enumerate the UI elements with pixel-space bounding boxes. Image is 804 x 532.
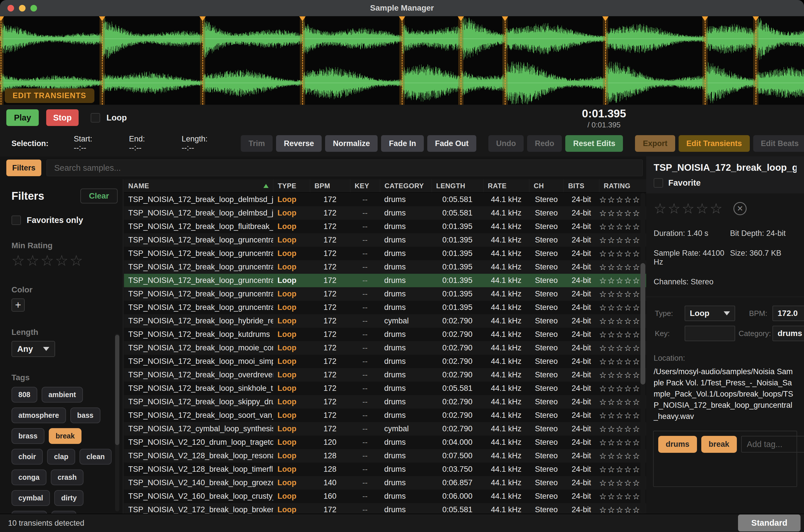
reverse-button[interactable]: Reverse: [276, 135, 322, 152]
sidebar-scrollbar-thumb[interactable]: [115, 335, 119, 445]
filters-toggle-button[interactable]: Filters: [6, 159, 41, 176]
loop-checkbox[interactable]: [91, 113, 100, 122]
zoom-window-button[interactable]: [31, 5, 37, 12]
tag-chip-cymbal[interactable]: cymbal: [12, 490, 50, 506]
column-header-rating[interactable]: RATING: [599, 179, 640, 192]
transient-marker-handle[interactable]: [753, 16, 759, 21]
tag-chip-brass[interactable]: brass: [12, 428, 44, 444]
column-header-bpm[interactable]: BPM: [310, 179, 350, 192]
table-row[interactable]: TSP_NOISIA_172_break_loop_gruncentral_fi…: [124, 247, 646, 260]
table-row[interactable]: TSP_NOISIA_172_break_loop_hybride_redeli…: [124, 314, 646, 328]
tag-chip-clean[interactable]: clean: [79, 449, 112, 464]
edit-beats-button[interactable]: Edit Beats: [753, 135, 804, 152]
tag-chip-ambient[interactable]: ambient: [42, 387, 83, 403]
column-header-name[interactable]: NAME: [124, 179, 273, 192]
table-row[interactable]: TSP_NOISIA_172_break_loop_skippy_drums_l…: [124, 395, 646, 408]
table-row[interactable]: TSP_NOISIA_172_cymbal_loop_synthesis_jun…: [124, 422, 646, 436]
table-row[interactable]: TSP_NOISIA_172_break_loop_gruncentral_fi…: [124, 260, 646, 274]
table-row[interactable]: TSP_NOISIA_V2_160_break_loop_crusty_crus…: [124, 490, 646, 503]
table-row[interactable]: TSP_NOISIA_V2_128_break_loop_resonanteLo…: [124, 449, 646, 462]
transient-marker[interactable]: [200, 16, 205, 105]
table-row[interactable]: TSP_NOISIA_172_break_loop_sinkhole_tes_t…: [124, 382, 646, 395]
column-header-key[interactable]: KEY: [350, 179, 380, 192]
favorite-checkbox[interactable]: [654, 178, 663, 188]
clear-rating-icon[interactable]: ✕: [733, 202, 747, 215]
column-header-category[interactable]: CATEGORY: [380, 179, 432, 192]
column-header-ch[interactable]: CH: [529, 179, 563, 192]
redo-button[interactable]: Redo: [527, 135, 562, 152]
transient-marker-handle[interactable]: [299, 16, 306, 21]
column-header-rate[interactable]: RATE: [483, 179, 529, 192]
transient-marker-handle[interactable]: [399, 16, 405, 21]
table-scrollbar[interactable]: [640, 193, 645, 512]
fade-out-button[interactable]: Fade Out: [427, 135, 476, 152]
tag-chip-808[interactable]: 808: [12, 387, 37, 403]
transient-marker[interactable]: [0, 16, 3, 105]
tag-chip-choir[interactable]: choir: [12, 449, 43, 464]
sample-rating-stars[interactable]: ☆☆☆☆☆: [654, 200, 724, 217]
tag-chip-clap[interactable]: clap: [47, 449, 75, 464]
table-row[interactable]: TSP_NOISIA_172_break_loop_gruncentral_he…: [124, 274, 646, 287]
minimize-window-button[interactable]: [19, 5, 25, 12]
table-row[interactable]: TSP_NOISIA_172_break_loop_gruncentral_he…: [124, 301, 646, 314]
waveform-display[interactable]: EDIT TRANSIENTS: [0, 16, 804, 105]
reset-edits-button[interactable]: Reset Edits: [565, 135, 623, 152]
table-row[interactable]: TSP_NOISIA_172_break_loop_delmbsd_jungle…: [124, 206, 646, 220]
table-row[interactable]: TSP_NOISIA_172_break_loop_mooi_simpele_o…: [124, 355, 646, 368]
trim-button[interactable]: Trim: [241, 135, 273, 152]
add-tag-input[interactable]: [741, 436, 804, 453]
column-header-length[interactable]: LENGTH: [432, 179, 483, 192]
transient-marker[interactable]: [300, 16, 305, 105]
table-row[interactable]: TSP_NOISIA_172_break_loop_delmbsd_jungle…: [124, 193, 646, 206]
transient-marker[interactable]: [753, 16, 759, 105]
transient-marker-handle[interactable]: [502, 16, 508, 21]
standard-mode-button[interactable]: Standard: [738, 514, 801, 531]
category-field[interactable]: drums: [772, 326, 804, 341]
sample-tag-break[interactable]: break: [701, 436, 737, 453]
table-row[interactable]: TSP_NOISIA_172_break_loop_mooie_conv_opt…: [124, 341, 646, 355]
stop-button[interactable]: Stop: [46, 109, 79, 126]
table-row[interactable]: TSP_NOISIA_172_break_loop_gruncentral_he…: [124, 287, 646, 301]
min-rating-stars[interactable]: ☆☆☆☆☆: [12, 252, 123, 269]
undo-button[interactable]: Undo: [489, 135, 524, 152]
tag-chip-break[interactable]: break: [49, 428, 82, 444]
normalize-button[interactable]: Normalize: [325, 135, 378, 152]
tag-chip-crash[interactable]: crash: [51, 470, 84, 485]
transient-marker[interactable]: [603, 16, 608, 105]
column-header-type[interactable]: TYPE: [273, 179, 310, 192]
transient-marker-handle[interactable]: [0, 16, 4, 21]
tag-chip-dry[interactable]: dry: [51, 511, 76, 514]
tag-chip-conga[interactable]: conga: [12, 470, 46, 485]
transient-marker-handle[interactable]: [458, 16, 464, 21]
transient-marker[interactable]: [100, 16, 105, 105]
transient-marker[interactable]: [703, 16, 708, 105]
clear-filters-button[interactable]: Clear: [80, 189, 118, 204]
tag-chip-atmosphere[interactable]: atmosphere: [12, 407, 66, 423]
transient-marker[interactable]: [458, 16, 463, 105]
type-dropdown[interactable]: Loop: [685, 306, 735, 321]
table-row[interactable]: TSP_NOISIA_V2_120_drum_loop_tragetonale_…: [124, 436, 646, 449]
close-window-button[interactable]: [7, 5, 14, 12]
tag-chip-bass[interactable]: bass: [70, 407, 100, 423]
table-row[interactable]: TSP_NOISIA_V2_140_break_loop_groezelige_…: [124, 476, 646, 490]
export-button[interactable]: Export: [635, 135, 675, 152]
sidebar-scrollbar[interactable]: [115, 334, 119, 511]
table-row[interactable]: TSP_NOISIA_V2_128_break_loop_timerflake_…: [124, 462, 646, 476]
transient-marker-handle[interactable]: [602, 16, 609, 21]
table-row[interactable]: TSP_NOISIA_172_break_loop_gruncentral_bn…: [124, 233, 646, 247]
bpm-field[interactable]: 172.0: [772, 306, 804, 321]
fade-in-button[interactable]: Fade In: [381, 135, 424, 152]
table-scrollbar-thumb[interactable]: [640, 263, 645, 384]
add-color-button[interactable]: +: [12, 299, 25, 311]
key-field[interactable]: [685, 326, 735, 341]
play-button[interactable]: Play: [6, 109, 39, 126]
table-row[interactable]: TSP_NOISIA_172_break_loop_fluitbreak_met…: [124, 220, 646, 233]
length-dropdown[interactable]: Any: [12, 341, 55, 357]
tag-chip-dirty[interactable]: dirty: [54, 490, 83, 506]
table-row[interactable]: TSP_NOISIA_V2_172_break_loop_broken_bubb…: [124, 503, 646, 514]
tag-chip-drums[interactable]: drums: [12, 511, 47, 514]
search-input[interactable]: [46, 159, 643, 176]
transient-marker-handle[interactable]: [199, 16, 206, 21]
transient-marker[interactable]: [502, 16, 508, 105]
table-row[interactable]: TSP_NOISIA_172_break_loop_overdrevennnnL…: [124, 368, 646, 382]
